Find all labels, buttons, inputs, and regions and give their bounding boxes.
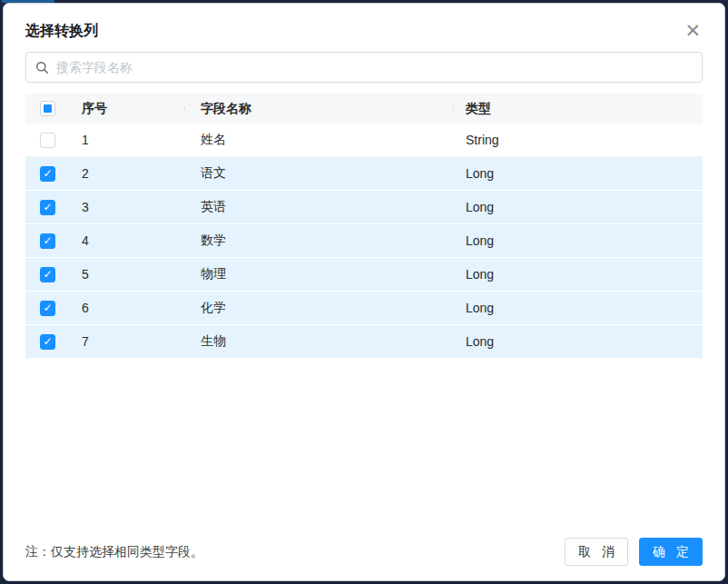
row-name: 英语 — [186, 199, 455, 215]
row-checkbox-cell: ✓ — [25, 301, 78, 316]
indeterminate-mark-icon — [44, 104, 52, 113]
fields-table: 序号 字段名称 类型 1 姓名 String ✓ 2 语文 Long — [25, 94, 703, 359]
dialog-title: 选择转换列 — [25, 22, 98, 41]
row-type: Long — [455, 166, 703, 181]
table-row[interactable]: ✓ 2 语文 Long — [25, 157, 703, 191]
footer-buttons: 取 消 确 定 — [565, 538, 703, 566]
dialog-header: 选择转换列 ✕ — [4, 4, 724, 52]
row-checkbox[interactable]: ✓ — [40, 334, 55, 350]
table-row[interactable]: ✓ 6 化学 Long — [25, 292, 703, 325]
row-name: 化学 — [186, 300, 455, 316]
header-name: 字段名称 — [186, 101, 455, 117]
check-mark-icon: ✓ — [43, 235, 52, 246]
row-index: 1 — [78, 133, 186, 147]
row-index: 5 — [78, 267, 186, 282]
row-checkbox-cell: ✓ — [25, 166, 78, 182]
row-index: 3 — [78, 200, 186, 214]
row-checkbox-cell: ✓ — [25, 334, 78, 350]
row-type: Long — [455, 334, 703, 349]
row-index: 4 — [78, 233, 186, 248]
check-mark-icon: ✓ — [43, 168, 52, 179]
row-checkbox[interactable]: ✓ — [40, 233, 55, 249]
dialog-footer: 注：仅支持选择相同类型字段。 取 消 确 定 — [4, 525, 724, 580]
row-name: 生物 — [186, 333, 455, 350]
row-name: 姓名 — [186, 132, 455, 148]
search-input[interactable] — [56, 60, 693, 74]
row-type: Long — [455, 301, 703, 315]
table-row[interactable]: 1 姓名 String — [25, 124, 703, 157]
check-mark-icon: ✓ — [43, 202, 52, 213]
confirm-button[interactable]: 确 定 — [639, 538, 703, 566]
search-box[interactable] — [25, 52, 703, 83]
row-type: String — [455, 133, 703, 147]
row-checkbox-cell: ✓ — [25, 267, 78, 282]
header-type: 类型 — [455, 101, 703, 117]
row-name: 物理 — [186, 266, 455, 282]
search-area — [4, 52, 724, 92]
row-index: 2 — [78, 166, 186, 181]
close-icon[interactable]: ✕ — [683, 22, 703, 41]
table-row[interactable]: ✓ 4 数学 Long — [25, 224, 703, 258]
check-mark-icon: ✓ — [43, 302, 52, 313]
row-checkbox-cell — [25, 133, 78, 148]
select-columns-dialog: 选择转换列 ✕ 序号 字段名称 类型 — [3, 3, 725, 581]
row-checkbox[interactable]: ✓ — [40, 267, 55, 282]
table-row[interactable]: ✓ 5 物理 Long — [25, 258, 703, 292]
row-type: Long — [455, 267, 703, 282]
header-checkbox-cell — [25, 101, 78, 116]
table-row[interactable]: ✓ 7 生物 Long — [25, 325, 703, 359]
check-mark-icon: ✓ — [43, 269, 52, 280]
table-body: 1 姓名 String ✓ 2 语文 Long ✓ 3 英语 Long — [25, 124, 703, 359]
select-all-checkbox[interactable] — [40, 101, 55, 116]
row-name: 语文 — [186, 165, 455, 182]
row-index: 7 — [78, 334, 186, 349]
footer-note: 注：仅支持选择相同类型字段。 — [25, 544, 203, 560]
search-icon — [35, 61, 49, 74]
header-index: 序号 — [78, 101, 186, 117]
row-checkbox[interactable]: ✓ — [40, 301, 55, 316]
table-row[interactable]: ✓ 3 英语 Long — [25, 191, 703, 224]
cancel-button[interactable]: 取 消 — [565, 538, 628, 566]
row-name: 数学 — [186, 233, 455, 249]
row-checkbox[interactable]: ✓ — [40, 200, 55, 215]
row-checkbox[interactable]: ✓ — [40, 166, 55, 182]
table-header-row: 序号 字段名称 类型 — [25, 94, 703, 124]
row-checkbox[interactable] — [40, 133, 55, 148]
row-index: 6 — [78, 301, 186, 315]
row-type: Long — [455, 200, 703, 214]
check-mark-icon: ✓ — [43, 336, 52, 347]
row-checkbox-cell: ✓ — [25, 233, 78, 249]
row-type: Long — [455, 233, 703, 248]
row-checkbox-cell: ✓ — [25, 200, 78, 215]
